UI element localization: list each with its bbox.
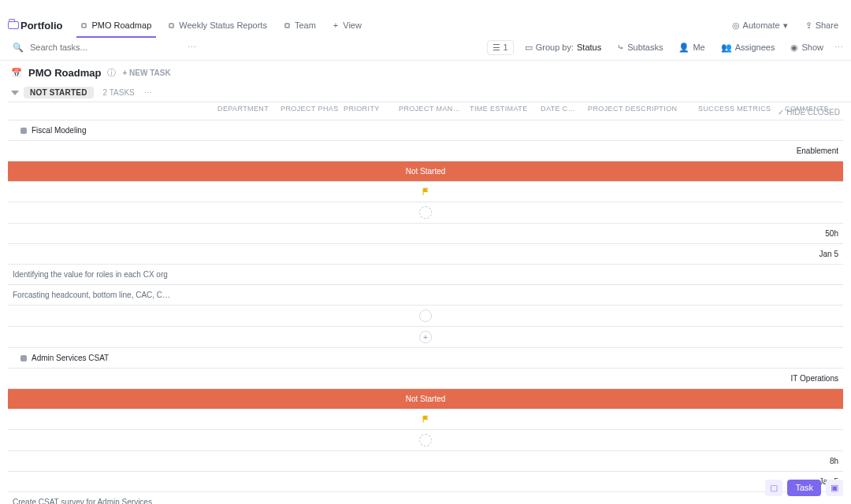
filter-button[interactable]: ☰ 1: [487, 40, 514, 55]
assignees-label: Assignees: [735, 43, 775, 52]
phase-cell[interactable]: Not Started: [8, 161, 843, 181]
task-name: Fiscal Modeling: [32, 126, 86, 135]
dept-cell[interactable]: Enablement: [8, 140, 843, 161]
column-headers: DEPARTMENTPROJECT PHASE▾PRIORITYPROJECT …: [8, 102, 843, 120]
task-name-cell[interactable]: Fiscal Modeling: [8, 120, 843, 140]
automate-label: Automate: [743, 20, 780, 30]
automate-button[interactable]: ◎ Automate ▾: [727, 19, 793, 32]
person-icon: 👤: [678, 43, 689, 53]
tab-label: PMO Roadmap: [91, 20, 151, 30]
search-input[interactable]: [28, 42, 177, 53]
show-button[interactable]: ◉ Show: [786, 41, 828, 54]
phase-cell[interactable]: Not Started: [8, 388, 843, 409]
tab-pmo[interactable]: PMO Roadmap: [73, 17, 159, 33]
time-cell[interactable]: 50h: [8, 223, 843, 243]
flag-icon[interactable]: [422, 415, 430, 424]
col-header[interactable]: TIME ESTIMATE: [465, 102, 536, 120]
status-square-icon: [20, 355, 27, 361]
people-icon: 👥: [721, 43, 732, 53]
avatar-placeholder-icon[interactable]: [419, 206, 432, 219]
tabs-bar: Portfolio PMO Roadmap Weekly Status Repo…: [0, 14, 851, 36]
footer-quick-1[interactable]: ▢: [765, 480, 782, 496]
share-button[interactable]: ⇪ Share: [801, 19, 843, 32]
task-count: 2 TASKS: [98, 87, 139, 98]
metrics-cell[interactable]: Forcasting headcount, bottom line, CAC, …: [8, 284, 843, 305]
col-header[interactable]: PRIORITY: [339, 102, 394, 120]
groupby-value: Status: [577, 43, 601, 52]
more-icon[interactable]: ⋯: [188, 43, 196, 53]
task-name-cell[interactable]: Admin Services CSAT: [8, 347, 843, 368]
task-name: Admin Services CSAT: [32, 354, 109, 362]
dept-cell[interactable]: IT Operations: [8, 368, 843, 388]
desc-cell[interactable]: Identifying the value for roles in each …: [8, 264, 843, 284]
footer-task-button[interactable]: Task: [787, 480, 821, 496]
footer-actions: ▢ Task ▣: [765, 480, 843, 496]
time-cell[interactable]: 8h: [8, 450, 843, 471]
subtask-icon: ⤷: [617, 43, 624, 53]
info-icon[interactable]: ⓘ: [107, 67, 116, 79]
portfolio-title: Portfolio: [20, 20, 62, 32]
groupby-button[interactable]: ▭ Group by: Status: [520, 41, 607, 54]
tab-team[interactable]: Team: [277, 17, 324, 33]
bot-icon: ◎: [732, 20, 740, 31]
groupby-prefix: Group by:: [536, 43, 574, 52]
me-label: Me: [693, 43, 704, 52]
calendar-icon: 📅: [11, 68, 22, 78]
date-cell[interactable]: Jan 5: [8, 471, 843, 491]
tab-add-view[interactable]: + View: [325, 17, 370, 33]
group-more-icon[interactable]: ⋯: [144, 88, 152, 97]
flag-icon[interactable]: [422, 187, 430, 196]
avatar-placeholder-icon[interactable]: [419, 434, 432, 447]
group-header[interactable]: NOT STARTED 2 TASKS ⋯: [8, 85, 843, 102]
col-header[interactable]: [8, 102, 213, 120]
more-icon[interactable]: ⋯: [834, 43, 843, 53]
status-pill[interactable]: NOT STARTED: [24, 87, 94, 98]
priority-cell[interactable]: [8, 181, 843, 202]
comments-cell[interactable]: [8, 305, 843, 326]
status-group: NOT STARTED 2 TASKS ⋯ DEPARTMENTPROJECT …: [8, 85, 843, 504]
plus-icon: +: [333, 20, 338, 30]
tab-label: View: [343, 20, 362, 30]
status-square-icon: [20, 128, 27, 134]
share-icon: ⇪: [805, 20, 812, 31]
footer-quick-2[interactable]: ▣: [826, 480, 843, 496]
priority-cell[interactable]: [8, 409, 843, 429]
plus-icon: +: [419, 331, 432, 343]
tab-weekly[interactable]: Weekly Status Reports: [161, 17, 275, 33]
hide-closed-toggle[interactable]: ✓ HIDE CLOSED: [778, 108, 840, 117]
col-header[interactable]: DATE CREATED: [536, 102, 583, 120]
group-icon: ▭: [525, 43, 533, 53]
date-cell[interactable]: Jan 5: [8, 243, 843, 264]
assignees-button[interactable]: 👥 Assignees: [716, 41, 780, 54]
subtasks-button[interactable]: ⤷ Subtasks: [612, 41, 667, 54]
row-more[interactable]: +: [8, 326, 843, 347]
new-task-chip[interactable]: + NEW TASK: [122, 69, 170, 77]
subtasks-label: Subtasks: [627, 43, 663, 52]
comment-icon[interactable]: [419, 309, 432, 322]
list-icon: [169, 23, 174, 28]
toolbar: 🔍 ⋯ ☰ 1 ▭ Group by: Status ⤷ Subtasks 👤 …: [0, 36, 851, 61]
manager-cell[interactable]: [8, 429, 843, 450]
col-header[interactable]: DEPARTMENT: [213, 102, 276, 120]
col-header[interactable]: SUCCESS METRICS: [693, 102, 780, 120]
caret-icon[interactable]: [11, 91, 19, 95]
tab-label: Team: [295, 20, 316, 30]
list-icon: [284, 23, 290, 28]
tab-label: Weekly Status Reports: [179, 20, 267, 30]
share-label: Share: [816, 20, 838, 30]
list-icon: [81, 23, 87, 28]
eye-icon: ◉: [790, 43, 798, 53]
chevron-down-icon: ▾: [783, 20, 788, 31]
hide-closed-label: HIDE CLOSED: [786, 108, 840, 117]
manager-cell[interactable]: [8, 202, 843, 223]
filter-count: 1: [504, 43, 508, 52]
filter-icon: ☰: [492, 43, 500, 53]
show-label: Show: [801, 43, 823, 52]
desc-cell[interactable]: Create CSAT survey for Admin Services: [8, 491, 843, 504]
folder-icon: [8, 21, 19, 29]
col-header[interactable]: PROJECT MANAGER: [394, 102, 465, 120]
col-header[interactable]: PROJECT PHASE▾: [276, 102, 339, 120]
col-header[interactable]: PROJECT DESCRIPTION: [583, 102, 693, 120]
me-button[interactable]: 👤 Me: [674, 41, 709, 54]
search-box[interactable]: 🔍: [8, 39, 181, 55]
